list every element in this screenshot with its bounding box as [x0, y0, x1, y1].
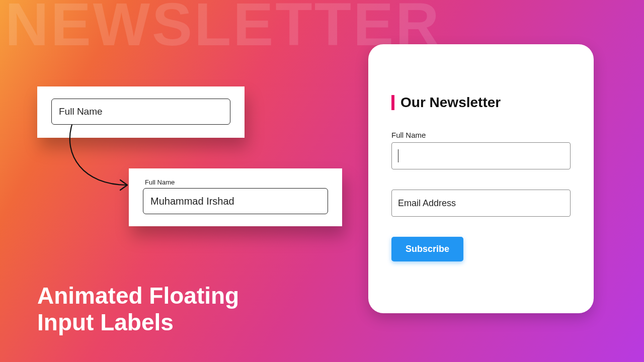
subscribe-button[interactable]: Subscribe: [391, 237, 463, 261]
name-input-placeholder-demo[interactable]: Full Name: [51, 99, 230, 125]
text-cursor: [398, 149, 398, 162]
card-title-row: Our Newsletter: [391, 95, 571, 111]
name-label: Full Name: [391, 131, 571, 139]
name-input-value: Muhammad Irshad: [150, 196, 234, 207]
name-input-filled-demo[interactable]: Muhammad Irshad: [143, 188, 328, 214]
title-accent-bar: [391, 95, 394, 110]
name-field-group: Full Name: [391, 131, 571, 169]
demo-card-placeholder: Full Name: [37, 86, 245, 138]
placeholder-label: Full Name: [59, 106, 103, 117]
email-input[interactable]: Email Address: [391, 190, 571, 217]
demo-card-filled: Full Name Muhammad Irshad: [129, 168, 342, 226]
headline-line-1: Animated Floating: [37, 283, 239, 309]
email-placeholder: Email Address: [398, 198, 456, 209]
name-input[interactable]: [391, 142, 571, 169]
headline-line-2: Input Labels: [37, 309, 239, 336]
email-field-group: Email Address: [391, 190, 571, 217]
floating-label: Full Name: [145, 178, 328, 186]
newsletter-card: Our Newsletter Full Name Email Address S…: [368, 44, 594, 313]
card-title: Our Newsletter: [400, 95, 501, 111]
headline: Animated Floating Input Labels: [37, 283, 239, 336]
